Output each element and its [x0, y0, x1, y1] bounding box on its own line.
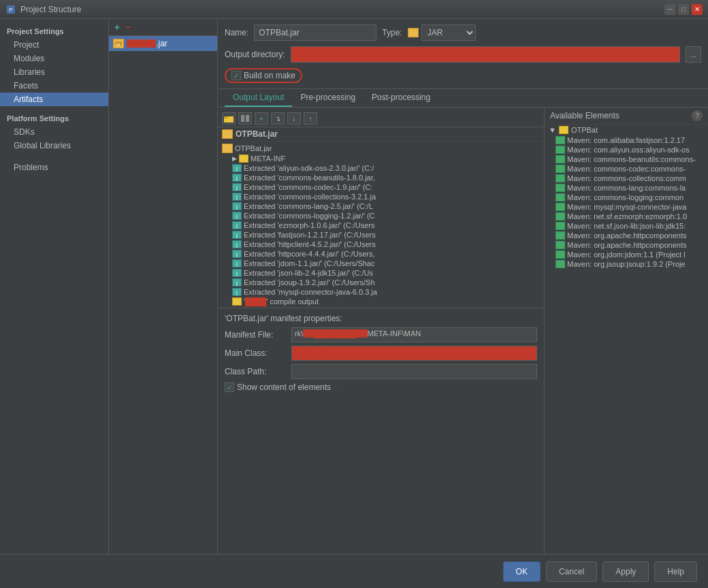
class-path-input[interactable]	[291, 364, 537, 379]
manifest-file-label: Manifest File:	[225, 330, 286, 340]
list-item[interactable]: j Extracted 'jdom-1.1.jar/' (C:/Users/Sh…	[218, 259, 544, 268]
list-item[interactable]: j Extracted 'commons-collections-3.2.1.j…	[218, 192, 544, 201]
close-button[interactable]: ✕	[692, 4, 703, 15]
tree-move-down-btn[interactable]: ↓	[287, 112, 301, 125]
tree-folder-btn[interactable]	[222, 112, 236, 125]
extracted-jar-icon: j	[232, 202, 242, 210]
tree-item-root[interactable]: OTPBat.jar	[218, 143, 544, 154]
extracted-jar-icon: j	[232, 183, 242, 191]
extracted-jar-icon: j	[232, 250, 242, 258]
list-item[interactable]: j Extracted 'commons-codec-1.9.jar/' (C:	[218, 182, 544, 192]
maven-icon	[556, 241, 565, 249]
list-item[interactable]: Maven: org.jsoup:jsoup:1.9.2 (Proje	[545, 259, 708, 269]
name-input[interactable]	[254, 24, 376, 41]
maven-icon	[556, 222, 565, 230]
help-icon-button[interactable]: ?	[692, 110, 703, 121]
sidebar-item-global-libraries[interactable]: Global Libraries	[0, 139, 108, 152]
build-on-make-label: Build on make	[244, 71, 295, 80]
tree-columns-btn[interactable]	[238, 112, 252, 125]
app-icon: P	[5, 4, 16, 15]
svg-rect-7	[241, 115, 244, 122]
list-item[interactable]: Maven: com.alibaba:fastjson:1.2.17	[545, 135, 708, 145]
class-path-label: Class Path:	[225, 367, 286, 376]
add-artifact-button[interactable]: +	[113, 22, 121, 33]
sidebar-item-sdks[interactable]: SDKs	[0, 125, 108, 139]
list-item[interactable]: j Extracted 'ezmorph-1.0.6.jar/' (C:/Use…	[218, 220, 544, 230]
ok-button[interactable]: OK	[503, 561, 541, 582]
tree-item-compile-output[interactable]: '████' compile output	[218, 297, 544, 306]
list-item[interactable]: Maven: commons-lang:commons-la	[545, 183, 708, 193]
list-item[interactable]: Maven: com.aliyun.oss:aliyun-sdk-os	[545, 145, 708, 154]
list-item[interactable]: j Extracted 'aliyun-sdk-oss-2.3.0.jar/' …	[218, 163, 544, 173]
svg-text:P: P	[9, 7, 12, 13]
artifact-list-item[interactable]: jar OTPBat.jar	[109, 36, 217, 51]
extracted-jar-icon: j	[232, 174, 242, 182]
tree-move-up-btn[interactable]: ↑	[304, 112, 317, 125]
show-content-checkbox[interactable]: ✓	[225, 382, 234, 392]
list-item[interactable]: j Extracted 'commons-logging-1.2.jar/' (…	[218, 211, 544, 220]
root-jar-icon	[222, 144, 233, 153]
sidebar-item-facets[interactable]: Facets	[0, 79, 108, 93]
apply-button[interactable]: Apply	[602, 561, 649, 582]
jar-header-icon	[222, 129, 233, 139]
sidebar-item-modules[interactable]: Modules	[0, 52, 108, 65]
list-item[interactable]: Maven: org.apache.httpcomponents	[545, 240, 708, 250]
tree-toolbar: + ↴ ↓ ↑	[218, 110, 544, 127]
list-item[interactable]: j Extracted 'fastjson-1.2.17.jar/' (C:/U…	[218, 230, 544, 240]
available-folder-icon	[559, 126, 568, 134]
tab-post-processing[interactable]: Post-processing	[364, 89, 438, 107]
list-item[interactable]: j Extracted 'mysql-connector-java-6.0.3.…	[218, 287, 544, 297]
list-item[interactable]: Maven: mysql:mysql-connector-java	[545, 202, 708, 212]
main-class-input[interactable]	[291, 346, 537, 361]
tab-pre-processing[interactable]: Pre-processing	[292, 89, 364, 107]
minimize-button[interactable]: ─	[664, 4, 675, 15]
maximize-button[interactable]: □	[678, 4, 689, 15]
output-dir-input[interactable]	[291, 46, 680, 63]
tab-output-layout[interactable]: Output Layout	[225, 89, 292, 107]
cancel-button[interactable]: Cancel	[546, 561, 597, 582]
build-on-make-row: ✓ Build on make	[225, 68, 701, 83]
remove-artifact-button[interactable]: −	[124, 22, 132, 33]
list-item[interactable]: Maven: net.sf.json-lib:json-lib:jdk15:	[545, 221, 708, 231]
list-item[interactable]: Maven: commons-codec:commons-	[545, 164, 708, 174]
detail-pane: Name: Type: JAR Output directory:	[218, 19, 708, 554]
detail-top: Name: Type: JAR Output directory:	[218, 19, 708, 89]
list-item[interactable]: j Extracted 'json-lib-2.4-jdk15.jar/' (C…	[218, 268, 544, 278]
extracted-jar-icon: j	[232, 193, 242, 201]
tree-move-into-btn[interactable]: ↴	[271, 112, 285, 125]
sidebar-item-problems[interactable]: Problems	[0, 161, 108, 174]
artifact-panel: + − jar OTPBat.jar	[109, 19, 708, 554]
list-item[interactable]: Maven: org.apache.httpcomponents	[545, 231, 708, 240]
list-item[interactable]: j Extracted 'jsoup-1.9.2.jar/' (C:/Users…	[218, 278, 544, 287]
available-section-name: OTPBat	[571, 126, 598, 134]
browse-button[interactable]: ...	[686, 46, 701, 63]
main-class-label: Main Class:	[225, 348, 286, 358]
tree-header-name: OTPBat.jar	[222, 129, 540, 139]
type-select[interactable]: JAR	[421, 24, 476, 41]
list-item[interactable]: j Extracted 'commons-beanutils-1.8.0.jar…	[218, 173, 544, 182]
extracted-jar-icon: j	[232, 164, 242, 172]
tree-add-btn[interactable]: +	[255, 112, 268, 125]
sidebar-item-project[interactable]: Project	[0, 38, 108, 52]
show-content-label: Show content of elements	[237, 382, 331, 392]
build-on-make-wrapper[interactable]: ✓ Build on make	[225, 68, 302, 83]
project-settings-label: Project Settings	[0, 24, 108, 38]
list-item[interactable]: Maven: commons-logging:common	[545, 193, 708, 202]
extracted-jar-icon: j	[232, 259, 242, 267]
maven-icon	[556, 231, 565, 240]
sidebar-item-libraries[interactable]: Libraries	[0, 65, 108, 79]
platform-settings-label: Platform Settings	[0, 112, 108, 125]
sidebar-item-artifacts[interactable]: Artifacts	[0, 93, 108, 106]
build-on-make-checkbox[interactable]: ✓	[231, 71, 241, 80]
help-button[interactable]: Help	[654, 561, 697, 582]
list-item[interactable]: Maven: commons-beanutils:commons-	[545, 154, 708, 164]
list-item[interactable]: j Extracted 'httpclient-4.5.2.jar/' (C:/…	[218, 240, 544, 249]
list-item[interactable]: j Extracted 'httpcore-4.4.4.jar/' (C:/Us…	[218, 249, 544, 259]
list-item[interactable]: Maven: commons-collections:comm	[545, 174, 708, 183]
available-header: Available Elements ?	[545, 108, 708, 125]
tree-item-metainf[interactable]: ▶ META-INF	[218, 154, 544, 163]
list-item[interactable]: Maven: org.jdom:jdom:1.1 (Project l	[545, 250, 708, 259]
list-item[interactable]: Maven: net.sf.ezmorph:ezmorph:1.0	[545, 212, 708, 221]
list-item[interactable]: j Extracted 'commons-lang-2.5.jar/' (C:/…	[218, 201, 544, 211]
maven-icon	[556, 260, 565, 268]
